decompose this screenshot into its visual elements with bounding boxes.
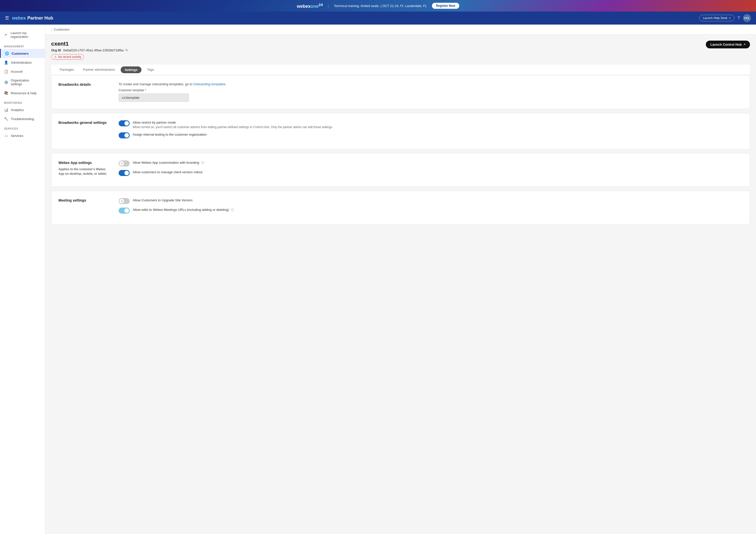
tabs-row: Packages Partner administrators Settings… [51,65,750,75]
services-icon: ☁️ [4,134,8,138]
brand-partner-hub: Partner Hub [27,15,53,21]
page-title: cxent1 [51,40,128,47]
meetings-urls-row: Allow edits to Webex Meetings URLs (incl… [119,208,743,214]
sidebar-item-resources-help-label: Resources & help [11,91,37,95]
banner-promo-text: Technical training, limited seats. | OCT… [334,4,427,8]
register-button[interactable]: Register Now [432,3,459,9]
broadworks-general-label: Broadworks general settings [58,120,109,142]
sidebar-item-customers-label: Customers [12,52,29,55]
onboarding-templates-link[interactable]: Onboarding templates. [193,82,227,86]
internal-testing-toggle[interactable] [119,132,130,139]
meeting-settings-label: Meeting settings [58,198,109,217]
account-icon: 📋 [4,69,8,73]
troubleshooting-icon: 🔧 [4,117,8,121]
help-desk-label: Launch Help Desk [703,16,727,20]
main-content: ‹ Customers cxent1 Org ID 0e6af220-c707-… [45,25,756,534]
branding-toggle[interactable]: ✕ [119,161,130,166]
branding-toggle-label: Allow Webex App customization with brand… [133,161,743,165]
branding-toggle-row: ✕ Allow Webex App customization with bra… [119,161,743,166]
sidebar-item-customers[interactable]: 🌐 Customers [0,49,45,58]
sidebar-item-analytics[interactable]: 📊 Analytics [0,105,45,114]
administrators-icon: 👤 [4,61,8,64]
tab-partner-admins[interactable]: Partner administrators [78,65,120,75]
hamburger-icon[interactable]: ☰ [5,15,9,21]
customers-icon: 🌐 [5,51,9,55]
tab-tags[interactable]: Tags [143,65,158,75]
upgrade-site-toggle[interactable]: ✕ [119,198,130,204]
tab-settings[interactable]: Settings [121,66,142,73]
sidebar-item-resources-help[interactable]: 📚 Resources & help [0,89,45,97]
broadworks-general-content: Allow restrict by partner mode When turn… [119,120,743,142]
launch-ctrl-label: Launch Control Hub [710,43,742,46]
brand-webex: webex [12,15,26,21]
template-input[interactable] [119,93,189,102]
sidebar-item-account[interactable]: 📋 Account [0,67,45,76]
analytics-icon: 📊 [4,108,8,112]
sidebar-item-org-settings-label: Organization settings [11,78,41,86]
broadworks-details-content: To create and manage onboarding template… [119,82,743,102]
branding-info-icon[interactable]: ⓘ [201,161,204,165]
webex-app-subtitle: Applies to the customer's Webex App on d… [58,167,109,176]
top-banner: webexone24 | Technical training, limited… [0,0,756,12]
meetings-urls-label: Allow edits to Webex Meetings URLs (incl… [133,208,743,212]
client-version-toggle[interactable] [119,170,130,176]
upgrade-site-x-icon: ✕ [120,199,124,203]
restrict-partner-mode-row: Allow restrict by partner mode When turn… [119,120,743,129]
org-id-value: 0e6af220-c707-45a1-95ee-23928d718f6a [63,48,124,52]
sidebar-item-launch-org-label: Launch my organization [11,31,41,38]
sidebar-item-services-label: Services [11,134,23,138]
sidebar-item-services[interactable]: ☁️ Services [0,131,45,140]
sidebar-item-analytics-label: Analytics [11,108,24,112]
meetings-urls-info-icon[interactable]: ⓘ [231,208,234,212]
sidebar-item-troubleshooting[interactable]: 🔧 Troubleshooting [0,114,45,123]
sidebar-item-account-label: Account [11,70,23,73]
client-version-label: Allow customers to manage client version… [133,170,743,174]
launch-help-desk-button[interactable]: Launch Help Desk ↗ [699,15,734,21]
meeting-settings-content: ✕ Allow Customers to Upgrade Site Versio… [119,198,743,217]
webex-app-content: ✕ Allow Webex App customization with bra… [119,161,743,180]
internal-testing-label: Assign internal testing to the customer … [133,132,743,137]
restrict-partner-mode-desc: When turned on, you'll restrict all cust… [133,125,333,129]
breadcrumb: ‹ Customers [45,25,756,35]
restrict-partner-mode-toggle[interactable] [119,120,130,126]
activity-icon: ⚠ [54,55,57,59]
required-star: * [145,89,146,92]
services-section-label: SERVICES [0,123,45,131]
meeting-settings-section: Meeting settings ✕ Allow Customers to Up… [51,191,750,224]
upgrade-site-row: ✕ Allow Customers to Upgrade Site Versio… [119,198,743,204]
sidebar-item-troubleshooting-label: Troubleshooting [11,117,34,121]
internal-testing-row: Assign internal testing to the customer … [119,132,743,139]
breadcrumb-customers[interactable]: Customers [54,28,69,31]
upgrade-site-label: Allow Customers to Upgrade Site Version [133,198,743,203]
activity-text: No recent activity [58,55,81,59]
copy-icon[interactable]: ⧉ [125,48,128,52]
sidebar: ↗ Launch my organization MANAGEMENT 🌐 Cu… [0,25,45,534]
external-link-icon: ↗ [728,16,731,20]
avatar[interactable]: CCL [743,14,751,22]
launch-ctrl-external-icon: ↗ [743,43,745,46]
branding-toggle-x-icon: ✕ [120,161,124,166]
meetings-urls-toggle[interactable] [119,208,130,214]
sidebar-item-launch-org[interactable]: ↗ Launch my organization [0,29,45,41]
monitoring-section-label: MONITORING [0,97,45,105]
page-header: cxent1 Org ID 0e6af220-c707-45a1-95ee-23… [51,40,750,60]
org-id-row: Org ID 0e6af220-c707-45a1-95ee-23928d718… [51,48,128,52]
launch-org-icon: ↗ [4,33,8,37]
org-id-label: Org ID [51,48,61,52]
client-version-row: Allow customers to manage client version… [119,170,743,176]
sidebar-item-org-settings[interactable]: ⚙️ Organization settings [0,76,45,89]
launch-control-hub-button[interactable]: Launch Control Hub ↗ [706,40,750,48]
tab-packages[interactable]: Packages [55,65,78,75]
broadworks-details-label: Broadworks details [58,82,109,102]
brand: webex Partner Hub [12,15,53,21]
org-settings-icon: ⚙️ [4,80,8,84]
broadworks-details-section: Broadworks details To create and manage … [51,75,750,109]
breadcrumb-arrow: ‹ [51,28,52,31]
webex-app-label: Webex App settings Applies to the custom… [58,161,109,180]
sidebar-item-administrators-label: Administrators [11,61,32,64]
sidebar-item-administrators[interactable]: 👤 Administrators [0,58,45,67]
webex-app-section: Webex App settings Applies to the custom… [51,153,750,187]
template-label: Customer template * [119,89,743,92]
help-icon[interactable]: ? [738,15,740,21]
banner-logo: webexone24 [297,3,323,9]
